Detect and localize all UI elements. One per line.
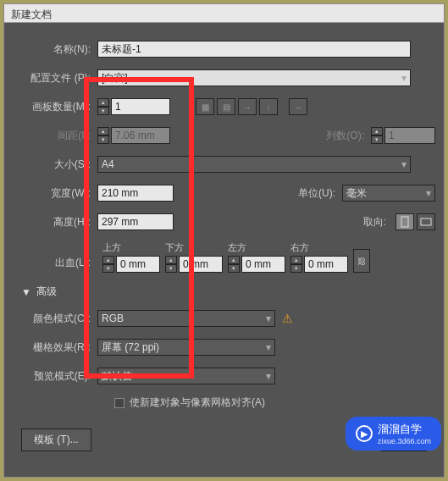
raster-dropdown[interactable]: 屏幕 (72 ppi): [97, 339, 275, 356]
bleed-left-input[interactable]: [241, 256, 285, 273]
play-icon: ▶: [356, 425, 373, 442]
svg-rect-0: [401, 217, 408, 227]
artboards-spinner[interactable]: ▴▾: [97, 98, 109, 115]
width-input[interactable]: [97, 185, 174, 202]
arrow-down-icon[interactable]: ↓: [259, 98, 278, 115]
columns-input: [384, 127, 435, 144]
profile-label: 配置文件 (P):: [13, 71, 97, 86]
height-input[interactable]: [97, 213, 174, 230]
color-mode-label: 颜色模式(C):: [13, 312, 97, 326]
spacing-label: 间距(I):: [13, 129, 97, 143]
bleed-right-input[interactable]: [304, 256, 348, 273]
size-label: 大小(S):: [13, 158, 97, 172]
size-dropdown[interactable]: A4: [97, 156, 411, 173]
color-mode-dropdown[interactable]: RGB: [97, 310, 275, 327]
template-button[interactable]: 模板 (T)...: [21, 428, 91, 451]
window-title: 新建文档: [11, 8, 52, 20]
row-layout-icon[interactable]: ▤: [217, 98, 235, 115]
orient-portrait-icon[interactable]: [395, 213, 414, 230]
align-pixel-checkbox[interactable]: [114, 398, 124, 408]
bleed-bottom-input[interactable]: [179, 256, 223, 273]
warning-icon: ⚠: [282, 312, 293, 325]
units-dropdown[interactable]: 毫米: [342, 185, 435, 202]
orient-landscape-icon[interactable]: [417, 213, 435, 230]
watermark-badge: ▶ 溜溜自学 zixue.3d66.com: [346, 417, 441, 451]
columns-spinner: ▴▾: [371, 127, 383, 144]
bleed-top-label: 上方: [102, 241, 121, 254]
link-bleed-icon[interactable]: ⛓: [353, 249, 370, 273]
align-pixel-label: 使新建对象与像素网格对齐(A): [130, 395, 265, 410]
bleed-right-label: 右方: [290, 241, 309, 254]
height-label: 高度(H):: [13, 215, 97, 229]
raster-label: 栅格效果(R):: [13, 340, 97, 355]
triangle-down-icon: ▼: [21, 286, 31, 298]
bleed-right-spinner[interactable]: ▴▾: [290, 256, 302, 273]
preview-label: 预览模式(E):: [13, 369, 97, 384]
bleed-bottom-spinner[interactable]: ▴▾: [165, 256, 177, 273]
spacing-input: [111, 127, 170, 144]
columns-label: 列数(O):: [303, 129, 371, 143]
spacing-spinner: ▴▾: [97, 127, 109, 144]
name-label: 名称(N):: [13, 42, 97, 57]
window-titlebar: 新建文档: [4, 4, 444, 23]
artboards-label: 画板数量(M):: [13, 100, 97, 114]
bleed-left-spinner[interactable]: ▴▾: [228, 256, 240, 273]
artboards-input[interactable]: [111, 98, 170, 115]
grid-layout-icon[interactable]: ▦: [196, 98, 214, 115]
advanced-toggle[interactable]: ▼ 高级: [21, 285, 435, 299]
svg-rect-1: [421, 218, 431, 225]
orient-label: 取向:: [325, 215, 393, 229]
width-label: 宽度(W):: [13, 186, 97, 201]
name-input[interactable]: [97, 41, 411, 58]
arrow-ltr-icon[interactable]: →: [289, 98, 307, 115]
bleed-label: 出血(L):: [13, 256, 97, 273]
bleed-left-label: 左方: [228, 241, 246, 254]
units-label: 单位(U):: [274, 186, 342, 201]
bleed-top-input[interactable]: [116, 256, 160, 273]
bleed-top-spinner[interactable]: ▴▾: [102, 256, 114, 273]
arrow-right-icon[interactable]: →: [238, 98, 257, 115]
preview-dropdown[interactable]: 默认值: [97, 368, 275, 384]
profile-dropdown[interactable]: [白宫]: [97, 69, 411, 86]
bleed-bottom-label: 下方: [165, 241, 184, 254]
